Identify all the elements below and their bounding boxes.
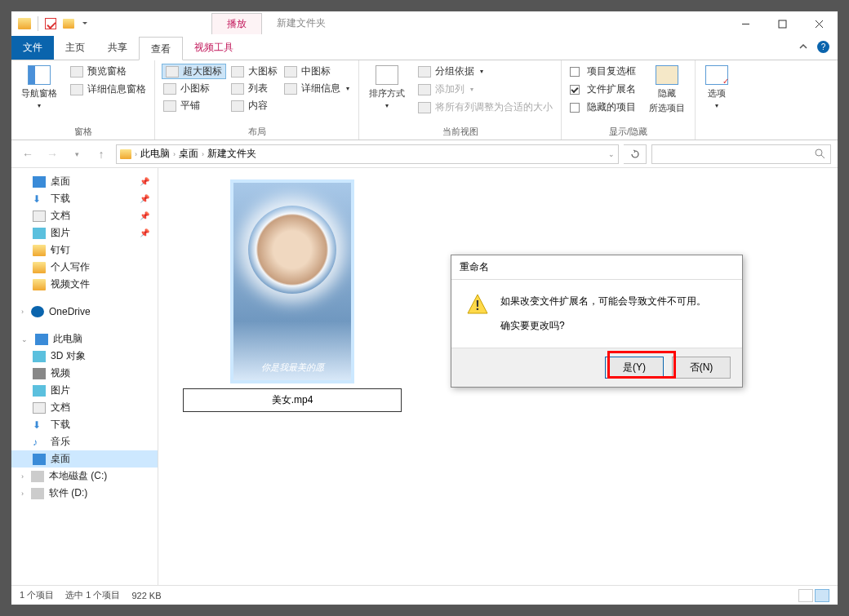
sidebar-item-video-files[interactable]: 视频文件 <box>11 276 158 293</box>
collapse-ribbon-icon[interactable] <box>798 42 808 52</box>
file-ext-toggle[interactable]: 文件扩展名 <box>568 82 638 97</box>
sidebar-item-downloads[interactable]: ⬇下载📌 <box>11 190 158 207</box>
sidebar-item-documents2[interactable]: 文档 <box>11 399 158 416</box>
view-medium-icons[interactable]: 中图标 <box>282 64 351 79</box>
sort-by-button[interactable]: 排序方式 ▾ <box>366 64 408 111</box>
up-button[interactable]: ↑ <box>91 144 111 164</box>
sidebar-item-this-pc[interactable]: ⌄此电脑 <box>11 330 158 348</box>
group-current-view: 排序方式 ▾ 分组依据▾ 添加列▾ 将所有列调整为合适的大小 当前视图 <box>359 60 562 140</box>
hide-label-2: 所选项目 <box>649 102 685 114</box>
pin-icon: 📌 <box>140 211 149 220</box>
group-label-show-hide: 显示/隐藏 <box>568 124 688 138</box>
sidebar-item-drive-d[interactable]: ›软件 (D:) <box>11 485 158 502</box>
tab-video-tools[interactable]: 视频工具 <box>183 36 245 60</box>
tab-file[interactable]: 文件 <box>11 36 54 60</box>
view-list[interactable]: 列表 <box>229 81 279 96</box>
options-button[interactable]: ✓ 选项 ▾ <box>702 64 731 111</box>
thumbnails-view-toggle[interactable] <box>815 589 829 602</box>
thumbnail-caption: 你是我最美的愿 <box>233 361 351 374</box>
help-icon[interactable]: ? <box>817 41 829 53</box>
group-show-hide: 项目复选框 文件扩展名 隐藏的项目 隐藏 所选项目 显示/隐藏 <box>562 60 696 140</box>
tab-share[interactable]: 共享 <box>96 36 139 60</box>
yes-button[interactable]: 是(Y) <box>605 357 664 379</box>
view-large-icons[interactable]: 大图标 <box>229 64 279 79</box>
file-name-edit[interactable]: 美女.mp4 <box>183 388 402 412</box>
file-item[interactable]: 你是我最美的愿 美女.mp4 <box>183 179 402 412</box>
sidebar-item-onedrive[interactable]: ›OneDrive <box>11 304 158 319</box>
back-button[interactable]: ← <box>18 144 38 164</box>
group-label-panes: 窗格 <box>18 124 148 138</box>
svg-line-5 <box>821 155 825 158</box>
group-panes: 导航窗格 ▾ 预览窗格 详细信息窗格 窗格 <box>11 60 155 140</box>
sidebar-item-videos[interactable]: 视频 <box>11 365 158 382</box>
video-thumbnail: 你是我最美的愿 <box>233 183 351 380</box>
sidebar-item-music[interactable]: ♪音乐 <box>11 433 158 450</box>
view-tiles[interactable]: 平铺 <box>162 98 226 113</box>
sidebar-item-documents[interactable]: 文档📌 <box>11 207 158 224</box>
quick-access-toolbar <box>11 16 89 31</box>
view-small-icons[interactable]: 小图标 <box>162 81 226 96</box>
search-icon <box>815 148 825 159</box>
dialog-title: 重命名 <box>451 255 742 280</box>
details-pane-button[interactable]: 详细信息窗格 <box>69 82 148 97</box>
sidebar-item-personal[interactable]: 个人写作 <box>11 259 158 276</box>
options-label: 选项 <box>708 87 726 100</box>
sidebar-item-downloads2[interactable]: ⬇下载 <box>11 416 158 433</box>
search-box[interactable] <box>651 144 831 164</box>
chevron-right-icon: › <box>21 308 24 316</box>
no-button[interactable]: 否(N) <box>672 357 731 379</box>
view-extra-large-icons[interactable]: 超大图标 <box>162 64 226 79</box>
item-checkboxes-toggle[interactable]: 项目复选框 <box>568 64 638 79</box>
crumb-desktop[interactable]: 桌面 <box>179 147 198 161</box>
sidebar-item-desktop2[interactable]: 桌面 <box>11 450 158 468</box>
pin-icon: 📌 <box>140 194 149 203</box>
sidebar-item-desktop[interactable]: 桌面📌 <box>11 173 158 190</box>
status-item-count: 1 个项目 <box>20 589 54 601</box>
maximize-button[interactable] <box>764 11 801 36</box>
tab-home[interactable]: 主页 <box>54 36 96 60</box>
address-bar-row: ← → ▾ ↑ › 此电脑 › 桌面 › 新建文件夹 ⌄ <box>11 140 838 168</box>
status-bar: 1 个项目 选中 1 个项目 922 KB <box>11 585 838 605</box>
view-content[interactable]: 内容 <box>229 98 279 113</box>
contextual-tab-play: 播放 <box>211 13 262 34</box>
crumb-this-pc[interactable]: 此电脑 <box>140 147 170 161</box>
new-folder-icon[interactable] <box>63 19 74 29</box>
crumb-folder[interactable]: 新建文件夹 <box>207 147 256 161</box>
properties-icon[interactable] <box>45 18 56 29</box>
ribbon: 导航窗格 ▾ 预览窗格 详细信息窗格 窗格 超大图标 小图标 平铺 大图标 <box>11 60 838 140</box>
status-selected-count: 选中 1 个项目 <box>65 589 120 601</box>
sidebar-item-pictures[interactable]: 图片📌 <box>11 224 158 242</box>
forward-button[interactable]: → <box>42 144 62 164</box>
hide-selected-button[interactable]: 隐藏 所选项目 <box>646 64 688 116</box>
dialog-message-line2: 确实要更改吗? <box>500 317 706 335</box>
sidebar-item-dingding[interactable]: 钉钉 <box>11 242 158 259</box>
tab-view[interactable]: 查看 <box>139 37 183 60</box>
svg-text:!: ! <box>475 299 479 312</box>
qat-dropdown-icon[interactable] <box>81 20 89 28</box>
sidebar-item-3d[interactable]: 3D 对象 <box>11 348 158 365</box>
nav-pane-label: 导航窗格 <box>21 87 57 100</box>
window-title: 新建文件夹 <box>262 13 340 34</box>
recent-locations-button[interactable]: ▾ <box>67 144 87 164</box>
preview-pane-button[interactable]: 预览窗格 <box>69 64 148 79</box>
annotation-arrow <box>452 584 665 585</box>
close-button[interactable] <box>801 11 838 36</box>
sidebar-item-local-c[interactable]: ›本地磁盘 (C:) <box>11 468 158 485</box>
autosize-columns-button[interactable]: 将所有列调整为合适的大小 <box>416 100 554 115</box>
add-columns-button[interactable]: 添加列▾ <box>416 82 554 97</box>
group-label-layout: 布局 <box>162 124 352 138</box>
hidden-items-toggle[interactable]: 隐藏的项目 <box>568 100 638 115</box>
folder-icon <box>120 149 131 159</box>
minimize-button[interactable] <box>727 11 764 36</box>
group-by-button[interactable]: 分组依据▾ <box>416 64 554 79</box>
rename-dialog: 重命名 ! 如果改变文件扩展名，可能会导致文件不可用。 确实要更改吗? 是(Y)… <box>451 255 743 388</box>
view-details[interactable]: 详细信息▾ <box>282 81 351 96</box>
sidebar-item-pictures2[interactable]: 图片 <box>11 382 158 399</box>
refresh-button[interactable] <box>624 144 647 164</box>
details-view-toggle[interactable] <box>798 589 813 602</box>
pin-icon: 📌 <box>140 177 149 186</box>
navigation-pane-button[interactable]: 导航窗格 ▾ <box>18 64 60 111</box>
chevron-right-icon: › <box>21 490 24 498</box>
address-bar[interactable]: › 此电脑 › 桌面 › 新建文件夹 ⌄ <box>116 144 619 164</box>
group-label-options <box>702 136 731 138</box>
